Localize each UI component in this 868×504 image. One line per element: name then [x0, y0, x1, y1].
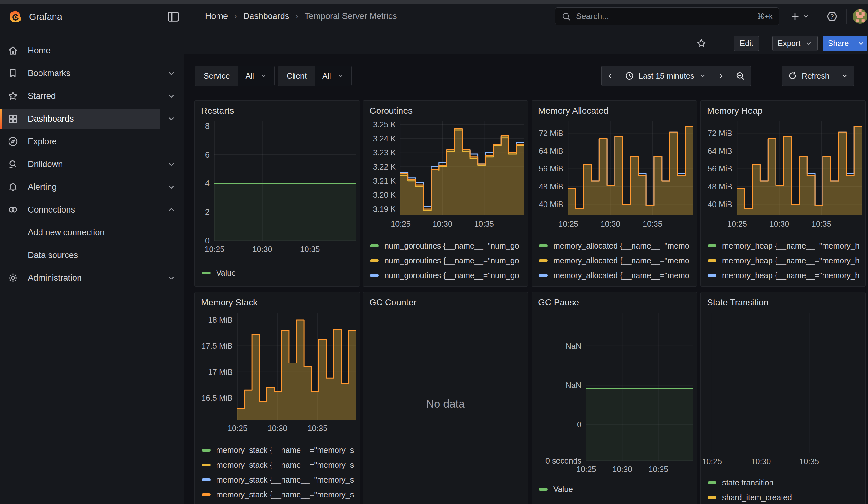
sidebar-item-dashboards[interactable]: Dashboards — [0, 109, 184, 129]
legend-item[interactable]: memory_allocated {__name__="memo — [539, 238, 696, 253]
legend-item[interactable]: memory_allocated {__name__="memo — [539, 283, 696, 287]
legend-item[interactable]: memory_allocated {__name__="memo — [539, 253, 696, 268]
time-shift-forward-button[interactable] — [712, 66, 730, 85]
panel-chart[interactable]: 3.25 K3.24 K3.23 K3.22 K3.21 K3.20 K3.19… — [365, 119, 528, 229]
legend-item[interactable]: memory_stack {__name__="memory_s — [202, 472, 360, 487]
panel-goroutines[interactable]: Goroutines3.25 K3.24 K3.23 K3.22 K3.21 K… — [363, 101, 528, 287]
sidebar-item-drilldown[interactable]: Drilldown — [0, 154, 184, 174]
panel-memory-allocated[interactable]: Memory Allocated72 MiB64 MiB56 MiB48 MiB… — [531, 101, 697, 287]
chevron-down-icon[interactable] — [167, 69, 176, 78]
svg-text:?: ? — [830, 13, 834, 20]
share-chevron-button[interactable] — [854, 36, 867, 51]
grafana-logo[interactable] — [8, 10, 22, 23]
legend-item[interactable]: memory_stack {__name__="memory_s — [202, 457, 360, 472]
panel-left-toggle-icon[interactable] — [167, 10, 180, 23]
legend-item[interactable]: num_goroutines {__name__="num_go — [370, 268, 528, 283]
legend-item[interactable]: num_goroutines {__name__="num_go — [370, 253, 528, 268]
sidebar-item-label: Bookmarks — [28, 69, 70, 78]
svg-text:10:25: 10:25 — [391, 219, 411, 228]
chevron-down-icon[interactable] — [167, 91, 176, 101]
time-shift-back-button[interactable] — [602, 66, 619, 85]
grid-icon — [8, 113, 18, 124]
refresh-label: Refresh — [802, 71, 829, 81]
svg-text:10:35: 10:35 — [799, 457, 819, 466]
sidebar-item-home[interactable]: Home — [0, 40, 184, 61]
legend-label: memory_allocated {__name__="memo — [553, 286, 689, 287]
panel-chart[interactable]: 18 MiB17.5 MiB17 MiB16.5 MiB10:2510:3010… — [197, 311, 360, 434]
panel-memory-heap[interactable]: Memory Heap72 MiB64 MiB56 MiB48 MiB40 Mi… — [700, 101, 866, 287]
sidebar-item-data-sources[interactable]: Data sources — [0, 245, 184, 265]
chevron-down-icon — [805, 40, 813, 47]
filter-value-dropdown[interactable]: All — [238, 66, 274, 85]
chevron-up-icon[interactable] — [167, 205, 176, 214]
legend-item[interactable]: shard_item_created — [707, 490, 866, 504]
export-label: Export — [778, 39, 800, 48]
breadcrumb-home[interactable]: Home — [205, 11, 228, 21]
svg-text:10:35: 10:35 — [300, 245, 320, 254]
legend-swatch — [539, 259, 548, 262]
panel-restarts[interactable]: Restarts8642010:2510:3010:35Value — [194, 101, 360, 287]
panel-chart[interactable]: 8642010:2510:3010:35 — [197, 119, 360, 255]
search-input[interactable]: Search... ⌘+k — [555, 7, 779, 25]
legend-item[interactable]: num_goroutines {__name__="num_go — [370, 238, 528, 253]
share-button[interactable]: Share — [823, 36, 854, 51]
legend-item[interactable]: num_goroutines {__name__="num_go — [370, 283, 528, 287]
sidebar-item-starred[interactable]: Starred — [0, 86, 184, 106]
filter-value-dropdown[interactable]: All — [315, 66, 351, 85]
chevron-down-icon[interactable] — [167, 160, 176, 169]
panel-chart[interactable]: 72 MiB64 MiB56 MiB48 MiB40 MiB10:2510:30… — [534, 119, 696, 229]
help-icon[interactable]: ? — [825, 10, 839, 23]
time-range-picker[interactable]: Last 15 minutes — [619, 66, 712, 85]
sidebar-item-label: Explore — [28, 137, 57, 146]
sidebar-item-connections[interactable]: Connections — [0, 199, 184, 220]
refresh-button[interactable]: Refresh — [782, 66, 835, 85]
chevron-down-icon[interactable] — [167, 114, 176, 123]
sidebar-item-administration[interactable]: Administration — [0, 268, 184, 288]
panel-title: Restarts — [195, 101, 360, 116]
breadcrumb-dashboards[interactable]: Dashboards — [244, 11, 289, 21]
compass-icon — [8, 136, 18, 147]
legend-item[interactable]: memory_stack {__name__="memory_s — [202, 443, 360, 457]
chevron-down-icon[interactable] — [167, 182, 176, 192]
svg-text:40 MiB: 40 MiB — [539, 200, 564, 209]
chevron-down-icon[interactable] — [167, 273, 176, 282]
refresh-interval-chevron-button[interactable] — [835, 66, 854, 85]
export-button[interactable]: Export — [772, 36, 818, 51]
sidebar-item-add-new-connection[interactable]: Add new connection — [0, 222, 184, 243]
panel-gc-pause[interactable]: GC PauseNaNNaN00 seconds10:2510:3010:35V… — [531, 292, 697, 504]
panel-memory-stack[interactable]: Memory Stack18 MiB17.5 MiB17 MiB16.5 MiB… — [194, 292, 360, 504]
legend-item[interactable]: Value — [202, 266, 360, 280]
zoom-out-icon[interactable] — [730, 66, 751, 85]
legend-item[interactable]: memory_heap {__name__="memory_h — [707, 268, 866, 283]
panel-chart[interactable]: 10:2510:3010:35 — [703, 311, 866, 467]
filter-label: Service — [195, 66, 238, 85]
legend-swatch — [539, 245, 548, 247]
legend-item[interactable]: memory_allocated {__name__="memo — [539, 268, 696, 283]
legend-label: memory_stack {__name__="memory_s — [216, 475, 354, 484]
panel-chart[interactable]: 72 MiB64 MiB56 MiB48 MiB40 MiB10:2510:30… — [703, 119, 866, 229]
sidebar-item-bookmarks[interactable]: Bookmarks — [0, 63, 184, 83]
legend-item[interactable]: state transition — [707, 475, 866, 490]
favorite-star-icon[interactable] — [693, 36, 710, 51]
user-avatar[interactable] — [853, 9, 867, 24]
selected-highlight — [2, 109, 160, 129]
filter-service[interactable]: ServiceAll — [195, 66, 275, 86]
svg-text:10:30: 10:30 — [612, 465, 632, 474]
filter-client[interactable]: ClientAll — [278, 66, 352, 86]
legend-item[interactable]: memory_heap {__name__="memory_h — [707, 238, 866, 253]
svg-text:64 MiB: 64 MiB — [539, 146, 564, 155]
panel-chart[interactable]: NaNNaN00 seconds10:2510:3010:35 — [534, 311, 696, 475]
edit-button[interactable]: Edit — [734, 36, 759, 51]
legend-item[interactable]: Value — [539, 482, 696, 497]
panel-state-transition[interactable]: State Transition10:2510:3010:35state tra… — [700, 292, 866, 504]
add-button[interactable] — [788, 10, 812, 23]
sidebar-item-label: Add new connection — [28, 228, 104, 237]
legend-item[interactable]: memory_stack {__name__="memory_s — [202, 487, 360, 502]
legend-swatch — [707, 496, 716, 499]
legend-item[interactable]: memory_heap {__name__="memory_h — [707, 283, 866, 287]
panel-legend: Value — [202, 266, 360, 280]
sidebar-item-explore[interactable]: Explore — [0, 131, 184, 152]
sidebar-item-alerting[interactable]: Alerting — [0, 177, 184, 197]
panel-gc-counter[interactable]: GC CounterNo data — [363, 292, 528, 504]
legend-item[interactable]: memory_heap {__name__="memory_h — [707, 253, 866, 268]
